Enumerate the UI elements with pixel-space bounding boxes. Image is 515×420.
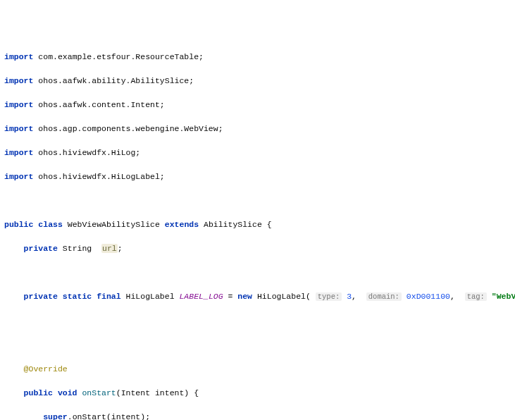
blank-line — [4, 266, 511, 278]
class-declaration: public class WebViewAbilitySlice extends… — [4, 218, 511, 230]
import-line: import ohos.agp.components.webengine.Web… — [4, 123, 511, 135]
param-hint: tag: — [465, 292, 487, 301]
code-line: super.onStart(intent); — [4, 411, 511, 420]
param-hint: domain: — [366, 292, 402, 301]
method-signature: public void onStart(Intent intent) { — [4, 387, 511, 399]
import-line: import ohos.aafwk.content.Intent; — [4, 99, 511, 111]
blank-line — [4, 315, 511, 327]
blank-line — [4, 339, 511, 351]
import-line: import com.example.etsfour.ResourceTable… — [4, 51, 511, 63]
import-line: import ohos.hiviewdfx.HiLog; — [4, 147, 511, 159]
import-line: import ohos.hiviewdfx.HiLogLabel; — [4, 171, 511, 183]
kw-import: import — [4, 52, 33, 61]
annotation: @Override — [4, 363, 511, 375]
field-declaration: private static final HiLogLabel LABEL_LO… — [4, 290, 511, 303]
field-declaration: private String url; — [4, 242, 511, 254]
blank-line — [4, 194, 511, 206]
code-editor[interactable]: import com.example.etsfour.ResourceTable… — [4, 51, 511, 420]
import-line: import ohos.aafwk.ability.AbilitySlice; — [4, 75, 511, 87]
param-hint: type: — [316, 292, 342, 301]
warning-highlight: url — [101, 244, 118, 253]
